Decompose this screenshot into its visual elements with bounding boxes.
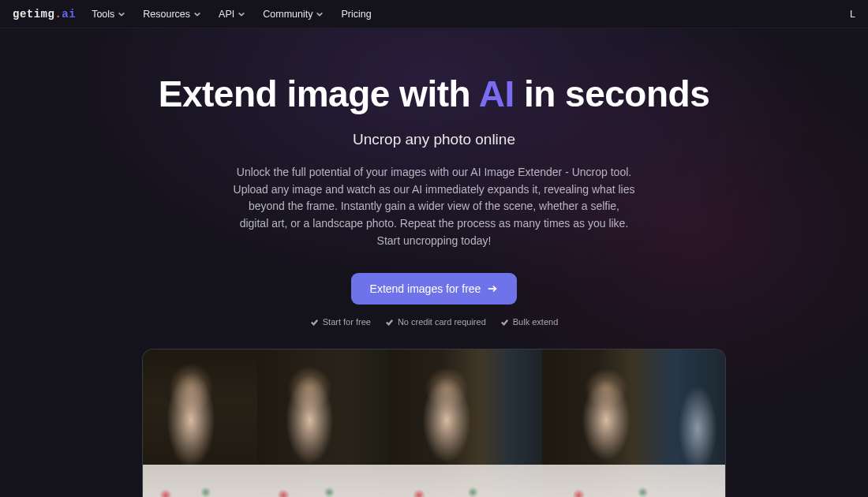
logo-text-2: ai <box>62 8 76 21</box>
feature-item: No credit card required <box>385 317 486 327</box>
extend-images-button[interactable]: Extend images for free <box>351 273 518 305</box>
page-title: Extend image with AI in seconds <box>16 73 852 115</box>
check-icon <box>385 318 394 327</box>
hero: Extend image with AI in seconds Uncrop a… <box>0 28 868 497</box>
nav-label: API <box>219 9 234 20</box>
nav-items: Tools Resources API Community Pricing <box>92 9 372 20</box>
nav-label: Tools <box>92 9 114 20</box>
nav-pricing[interactable]: Pricing <box>341 9 371 20</box>
check-icon <box>500 318 509 327</box>
logo-text-1: getimg <box>13 8 54 21</box>
nav-label: Resources <box>143 9 190 20</box>
feature-item: Bulk extend <box>500 317 558 327</box>
nav-right[interactable]: L <box>850 9 855 20</box>
cta-label: Extend images for free <box>370 282 481 295</box>
title-highlight: AI <box>479 73 514 114</box>
feature-label: Start for free <box>323 317 371 327</box>
nav-community[interactable]: Community <box>263 9 324 20</box>
chevron-down-icon <box>193 10 201 18</box>
logo-dot: . <box>54 8 62 21</box>
showcase-image-2 <box>257 349 388 497</box>
chevron-down-icon <box>316 10 324 18</box>
feature-item: Start for free <box>310 317 371 327</box>
arrow-right-icon <box>487 283 498 294</box>
subtitle: Uncrop any photo online <box>16 131 852 148</box>
showcase-row <box>142 349 726 497</box>
navbar: getimg.ai Tools Resources API Community … <box>0 0 868 28</box>
showcase-image-4 <box>542 349 725 497</box>
check-icon <box>310 318 319 327</box>
nav-right-label: L <box>850 9 855 20</box>
feature-label: Bulk extend <box>513 317 558 327</box>
nav-label: Pricing <box>341 9 371 20</box>
chevron-down-icon <box>118 10 125 18</box>
logo[interactable]: getimg.ai <box>13 8 76 21</box>
description: Unlock the full potential of your images… <box>233 164 635 249</box>
showcase-image-1 <box>143 349 257 497</box>
chevron-down-icon <box>238 10 245 18</box>
feature-label: No credit card required <box>398 317 486 327</box>
title-pre: Extend image with <box>159 73 479 114</box>
features-list: Start for free No credit card required B… <box>16 317 852 327</box>
title-post: in seconds <box>514 73 710 114</box>
nav-tools[interactable]: Tools <box>92 9 125 20</box>
nav-label: Community <box>263 9 312 20</box>
showcase-image-3 <box>388 349 542 497</box>
nav-resources[interactable]: Resources <box>143 9 201 20</box>
nav-api[interactable]: API <box>219 9 245 20</box>
